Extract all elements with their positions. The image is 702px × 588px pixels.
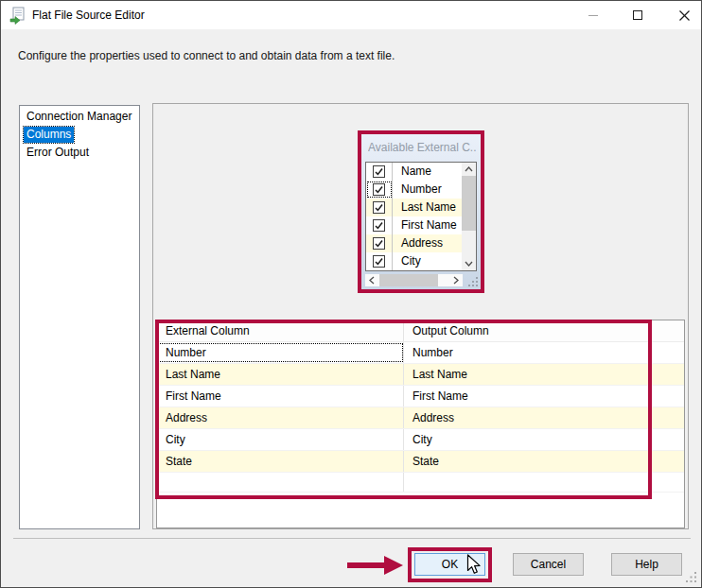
resize-grip-icon[interactable] <box>468 277 478 286</box>
grid-cell-output[interactable]: Address <box>404 407 684 428</box>
titlebar: Flat File Source Editor <box>1 1 701 29</box>
grid-header-external-column: External Column <box>157 320 404 341</box>
annotation-arrow-icon <box>346 554 405 577</box>
flat-file-source-editor-dialog: Flat File Source Editor Configure the pr… <box>0 0 702 588</box>
available-column-label: Address <box>393 234 443 252</box>
available-external-columns-box: Available External C... Name Number Last… <box>361 134 481 289</box>
minimize-button <box>576 1 610 29</box>
checkbox-icon <box>373 165 385 178</box>
available-columns-list: Name Number Last Name First Name Address… <box>365 162 477 271</box>
maximize-button[interactable] <box>621 1 655 29</box>
sidebar-item-label: Columns <box>24 127 74 143</box>
grid-cell-external[interactable]: City <box>157 429 404 450</box>
grid-header-output-column: Output Column <box>404 320 684 341</box>
ok-button[interactable]: OK <box>414 553 485 576</box>
grid-cell-external[interactable]: Last Name <box>157 364 404 385</box>
minimize-icon <box>588 15 598 16</box>
app-icon <box>9 7 27 25</box>
grid-row: Address Address <box>157 407 684 429</box>
grid-cell-output[interactable]: Number <box>404 342 684 363</box>
grid-row: State State <box>157 451 684 473</box>
grid-row: Last Name Last Name <box>157 364 684 386</box>
grid-row: City City <box>157 429 684 451</box>
grid-cell-output[interactable]: City <box>404 429 684 450</box>
sidebar-item-label: Error Output <box>24 145 92 161</box>
footer-separator <box>13 538 691 539</box>
scroll-up-icon[interactable] <box>462 163 476 176</box>
grid-row: First Name First Name <box>157 386 684 407</box>
help-button[interactable]: Help <box>611 553 682 576</box>
sidebar-item-label: Connection Manager <box>24 109 134 125</box>
grid-row: Number Number <box>157 342 684 364</box>
horizontal-scroll-thumb[interactable] <box>379 274 438 286</box>
column-checkbox[interactable] <box>366 163 393 181</box>
column-mapping-grid: External Column Output Column Number Num… <box>156 320 685 528</box>
dialog-description: Configure the properties used to connect… <box>18 49 395 62</box>
grid-cell-external[interactable]: State <box>157 451 404 472</box>
scroll-left-icon[interactable] <box>365 274 378 286</box>
column-checkbox[interactable] <box>366 234 393 252</box>
grid-cell-output[interactable]: State <box>404 451 684 472</box>
sidebar-item-connection-manager[interactable]: Connection Manager <box>20 108 139 126</box>
available-column-row[interactable]: First Name <box>366 216 476 234</box>
close-button[interactable] <box>666 1 702 29</box>
available-column-row[interactable]: City <box>366 252 476 270</box>
grid-header-row: External Column Output Column <box>157 320 684 342</box>
checkbox-icon <box>373 237 385 250</box>
available-column-row[interactable]: Number <box>366 181 476 199</box>
available-columns-title: Available External C... <box>368 141 476 154</box>
available-column-label: Name <box>393 163 431 181</box>
column-checkbox[interactable] <box>366 199 393 216</box>
grid-cell-external[interactable]: Number <box>157 342 404 363</box>
available-column-row[interactable]: Last Name <box>366 199 476 216</box>
grid-cell-output[interactable]: First Name <box>404 386 684 406</box>
window-title: Flat File Source Editor <box>32 9 145 22</box>
available-column-label: City <box>393 252 421 270</box>
available-column-label: Last Name <box>393 199 456 216</box>
available-column-label: Number <box>393 181 442 199</box>
sidebar-item-error-output[interactable]: Error Output <box>20 144 139 162</box>
checkbox-icon <box>373 201 385 214</box>
checkbox-icon <box>373 255 385 268</box>
cancel-button[interactable]: Cancel <box>513 553 584 576</box>
grid-empty-cell <box>157 473 404 492</box>
vertical-scrollbar[interactable] <box>462 163 476 270</box>
grid-cell-external[interactable]: First Name <box>157 386 404 406</box>
available-column-label: First Name <box>393 216 457 234</box>
column-checkbox[interactable] <box>366 216 393 234</box>
checkbox-icon <box>373 183 385 196</box>
close-icon <box>679 10 690 21</box>
maximize-icon <box>633 10 642 20</box>
available-column-row[interactable]: Name <box>366 163 476 181</box>
horizontal-scrollbar[interactable] <box>365 274 463 286</box>
grid-cell-external[interactable]: Address <box>157 407 404 428</box>
sidebar-item-columns[interactable]: Columns <box>20 126 139 144</box>
page-list: Connection Manager Columns Error Output <box>19 105 140 529</box>
available-column-row[interactable]: Address <box>366 234 476 252</box>
scroll-right-icon[interactable] <box>449 274 463 286</box>
dialog-resize-grip-icon[interactable] <box>686 572 697 583</box>
checkbox-icon <box>373 219 385 232</box>
grid-empty-row <box>157 473 684 493</box>
column-checkbox[interactable] <box>366 181 393 199</box>
grid-cell-output[interactable]: Last Name <box>404 364 684 385</box>
vertical-scroll-thumb[interactable] <box>462 176 476 231</box>
grid-empty-cell <box>404 473 684 492</box>
scroll-down-icon[interactable] <box>462 257 476 270</box>
column-checkbox[interactable] <box>366 252 393 270</box>
